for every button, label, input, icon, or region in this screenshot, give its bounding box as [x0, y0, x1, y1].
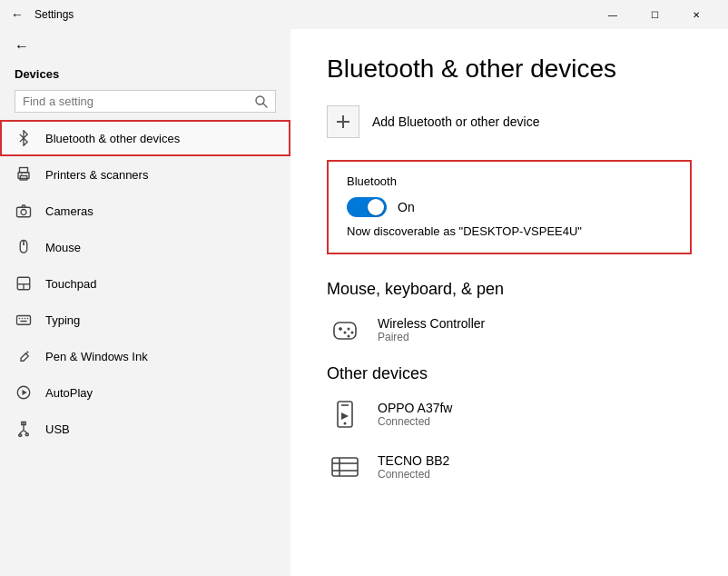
oppo-status: Connected — [378, 415, 452, 428]
oppo-info: OPPO A37fw Connected — [378, 401, 452, 428]
back-arrow-icon: ← — [15, 38, 29, 55]
touchpad-icon — [15, 274, 33, 293]
device-row-oppo: OPPO A37fw Connected — [327, 396, 692, 432]
tecno-icon — [327, 449, 363, 485]
tecno-info: TECNO BB2 Connected — [378, 453, 449, 481]
sidebar-label-touchpad: Touchpad — [45, 277, 96, 291]
close-button[interactable]: ✕ — [675, 0, 717, 29]
sidebar-item-pen[interactable]: Pen & Windows Ink — [0, 338, 290, 374]
title-bar: ← Settings — ☐ ✕ — [0, 0, 728, 29]
bluetooth-icon — [15, 129, 33, 147]
svg-rect-4 — [20, 176, 27, 181]
svg-point-37 — [344, 422, 347, 425]
sidebar-section-title: Devices — [0, 60, 290, 84]
svg-rect-2 — [20, 168, 28, 173]
sidebar-label-printers: Printers & scanners — [45, 168, 148, 182]
svg-rect-6 — [17, 207, 31, 217]
bluetooth-section: Bluetooth On Now discoverable as "DESKTO… — [327, 160, 692, 254]
wireless-controller-status: Paired — [378, 331, 485, 343]
sidebar-label-typing: Typing — [45, 313, 80, 327]
svg-point-31 — [344, 332, 347, 334]
search-icon — [255, 95, 268, 108]
title-bar-title: Settings — [34, 8, 74, 21]
wireless-controller-name: Wireless Controller — [378, 316, 485, 331]
other-section-header: Other devices — [327, 364, 692, 383]
maximize-button[interactable]: ☐ — [634, 0, 675, 29]
bluetooth-toggle[interactable] — [347, 197, 387, 217]
svg-point-29 — [348, 328, 350, 331]
sidebar-label-usb: USB — [45, 422, 70, 436]
svg-point-7 — [21, 210, 26, 215]
mouse-section-header: Mouse, keyboard, & pen — [327, 280, 692, 299]
add-device-label: Add Bluetooth or other device — [372, 114, 539, 129]
sidebar-item-autoplay[interactable]: AutoPlay — [0, 374, 290, 411]
svg-marker-21 — [23, 390, 27, 395]
sidebar-back-button[interactable]: ← — [0, 33, 290, 60]
svg-rect-23 — [19, 434, 22, 436]
tecno-status: Connected — [378, 468, 449, 481]
sidebar-item-mouse[interactable]: Mouse — [0, 229, 290, 265]
sidebar-item-touchpad[interactable]: Touchpad — [0, 265, 290, 302]
sidebar-item-typing[interactable]: Typing — [0, 302, 290, 338]
svg-rect-14 — [17, 316, 31, 325]
svg-line-1 — [263, 104, 267, 107]
sidebar-item-cameras[interactable]: Cameras — [0, 193, 290, 229]
device-row-tecno: TECNO BB2 Connected — [327, 449, 692, 485]
sidebar: ← Devices Bluetooth & other devices — [0, 29, 290, 576]
sidebar-item-usb[interactable]: USB — [0, 411, 290, 447]
usb-icon — [15, 420, 33, 438]
minimize-button[interactable]: — — [592, 0, 634, 29]
sidebar-label-mouse: Mouse — [45, 241, 81, 254]
pen-icon — [15, 347, 33, 365]
discoverable-text: Now discoverable as "DESKTOP-VSPEE4U" — [347, 224, 672, 238]
back-icon: ← — [11, 7, 24, 22]
device-row-wireless-controller: Wireless Controller Paired — [327, 312, 692, 348]
sidebar-label-pen: Pen & Windows Ink — [45, 350, 148, 363]
search-box[interactable] — [15, 90, 276, 113]
bluetooth-heading: Bluetooth — [347, 174, 672, 188]
tecno-name: TECNO BB2 — [378, 453, 449, 468]
main-container: ← Devices Bluetooth & other devices — [0, 29, 728, 576]
svg-point-32 — [348, 335, 350, 338]
sidebar-item-bluetooth[interactable]: Bluetooth & other devices — [0, 120, 290, 156]
toggle-thumb — [368, 199, 384, 215]
oppo-icon — [327, 396, 363, 432]
wireless-controller-info: Wireless Controller Paired — [378, 316, 485, 343]
oppo-name: OPPO A37fw — [378, 401, 452, 415]
camera-icon — [15, 202, 33, 220]
mouse-icon — [15, 238, 33, 256]
title-bar-left: ← Settings — [11, 7, 74, 22]
sidebar-label-cameras: Cameras — [45, 204, 93, 218]
sidebar-item-printers[interactable]: Printers & scanners — [0, 156, 290, 193]
svg-rect-39 — [332, 458, 358, 476]
sidebar-label-bluetooth: Bluetooth & other devices — [45, 132, 180, 145]
page-title: Bluetooth & other devices — [327, 55, 692, 84]
keyboard-icon — [15, 311, 33, 329]
svg-point-30 — [351, 332, 354, 334]
wireless-controller-icon — [327, 312, 363, 348]
bluetooth-toggle-row: On — [347, 197, 672, 217]
content-area: Bluetooth & other devices Add Bluetooth … — [290, 29, 728, 576]
title-bar-controls: — ☐ ✕ — [592, 0, 717, 29]
add-device-icon — [327, 105, 359, 138]
sidebar-label-autoplay: AutoPlay — [45, 386, 93, 400]
add-device-row[interactable]: Add Bluetooth or other device — [327, 105, 692, 138]
search-input[interactable] — [23, 94, 250, 108]
autoplay-icon — [15, 383, 33, 402]
svg-rect-28 — [334, 323, 356, 339]
printer-icon — [15, 165, 33, 184]
bluetooth-toggle-label: On — [398, 200, 415, 214]
svg-marker-38 — [341, 412, 349, 420]
svg-rect-24 — [25, 433, 28, 435]
